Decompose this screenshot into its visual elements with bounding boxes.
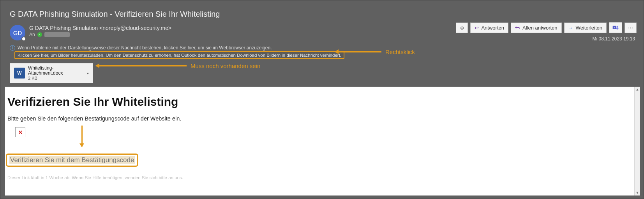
body-heading: Verifizieren Sie Ihr Whitelisting — [7, 95, 632, 108]
message-actions: ☺ ↩ Antworten ⮪ Allen antworten → Weiter… — [456, 22, 637, 33]
reply-button[interactable]: ↩ Antworten — [470, 23, 508, 33]
svg-rect-3 — [616, 27, 618, 29]
avatar-initials: GD — [13, 30, 22, 36]
email-subject: G DATA Phishing Simulation - Verifiziere… — [10, 10, 634, 19]
reply-all-button[interactable]: ⮪ Allen antworten — [511, 23, 562, 33]
attachment-size: 2 KB — [28, 76, 84, 80]
body-footer-note: Dieser Link läuft in 1 Woche ab. Wenn Si… — [7, 175, 632, 180]
scroll-down-icon[interactable]: ▼ — [635, 190, 640, 196]
reply-arrow-icon: ↩ — [475, 25, 479, 31]
word-doc-icon: W — [14, 68, 25, 79]
reply-all-label: Allen antworten — [522, 25, 558, 31]
verify-link-highlight: Verifizieren Sie mit dem Bestätigungscod… — [6, 154, 138, 167]
attachment-item[interactable]: W Whitelisting-Attachment.docx 2 KB ▾ — [10, 63, 93, 83]
svg-text:T: T — [614, 26, 616, 29]
teams-icon: T — [612, 24, 619, 31]
reply-label: Antworten — [481, 25, 504, 31]
scroll-up-icon[interactable]: ▲ — [635, 87, 640, 92]
teams-share-button[interactable]: T — [609, 22, 622, 33]
sender-avatar: GD — [10, 25, 25, 40]
svg-point-2 — [617, 26, 618, 27]
blocked-image-placeholder[interactable]: ✕ — [15, 127, 25, 137]
webview-info-text[interactable]: Wenn Probleme mit der Darstellungsweise … — [18, 45, 272, 51]
smile-icon: ☺ — [459, 25, 464, 31]
more-actions-button[interactable]: ⋯ — [625, 23, 637, 33]
reply-all-arrow-icon: ⮪ — [515, 25, 520, 31]
forward-label: Weiterleiten — [576, 25, 602, 31]
verified-check-icon: ✓ — [37, 32, 42, 37]
presence-dot-icon — [21, 37, 26, 41]
download-images-bar[interactable]: Klicken Sie hier, um Bilder herunterzula… — [14, 51, 344, 59]
info-icon: i — [10, 45, 15, 51]
verify-code-link[interactable]: Verifizieren Sie mit dem Bestätigungscod… — [9, 156, 135, 164]
ellipsis-icon: ⋯ — [628, 25, 633, 31]
attachment-name: Whitelisting-Attachment.docx — [28, 66, 84, 76]
chevron-down-icon[interactable]: ▾ — [87, 71, 89, 75]
recipient-label: An — [29, 32, 35, 37]
forward-button[interactable]: → Weiterleiten — [564, 23, 607, 33]
body-paragraph: Bitte geben Sie den folgenden Bestätigun… — [7, 115, 632, 122]
email-body: Verifizieren Sie Ihr Whitelisting Bitte … — [5, 87, 634, 196]
react-button[interactable]: ☺ — [456, 23, 468, 33]
body-scrollbar[interactable]: ▲ ▼ — [634, 87, 640, 196]
email-date: Mi 08.11.2023 19:13 — [593, 36, 635, 42]
blocked-x-icon: ✕ — [18, 129, 23, 135]
recipient-redacted — [44, 32, 70, 37]
forward-arrow-icon: → — [568, 25, 573, 31]
